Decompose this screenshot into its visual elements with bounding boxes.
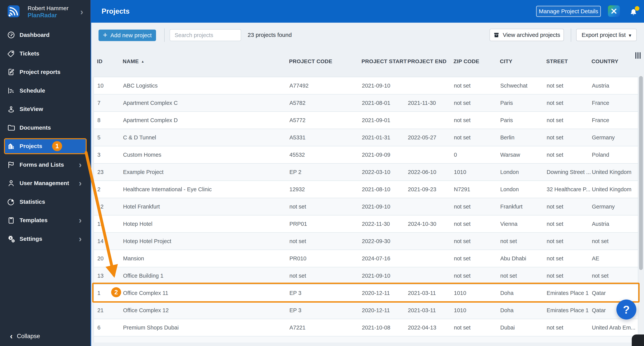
sidebar-item-dashboard[interactable]: Dashboard	[0, 26, 90, 44]
cell-start: 2021-08-10	[362, 186, 408, 193]
sidebar-item-siteview[interactable]: SiteView	[0, 100, 90, 118]
cell-code: 12932	[290, 186, 362, 193]
table-row[interactable]: 5C & D TunnelA53312021-01-312022-05-27no…	[94, 129, 638, 146]
column-header-name[interactable]: NAME▲	[123, 58, 289, 65]
manage-project-details-button[interactable]: Manage Project Details	[536, 6, 601, 17]
cell-country: Poland	[592, 152, 638, 158]
cell-id: 2	[97, 186, 123, 193]
sidebar-item-user-management[interactable]: User Management›	[0, 174, 90, 193]
column-header-country[interactable]: COUNTRY	[592, 58, 638, 65]
chevron-right-icon: ›	[80, 7, 83, 17]
table-row[interactable]: 6Premium Shops DubaiA72212021-10-082022-…	[94, 319, 638, 336]
cell-name: Apartment Complex D	[123, 117, 290, 123]
export-project-list-button[interactable]: Export project list ▾	[576, 29, 637, 41]
scrollbar-thumb[interactable]	[639, 76, 643, 270]
table-row[interactable]: 23Example ProjectEP 22022-03-102022-06-1…	[94, 163, 638, 181]
cell-id: 13	[97, 273, 123, 279]
table-row[interactable]: 10ABC LogisticsA774922021-09-10not setSc…	[94, 77, 638, 94]
settings-icon	[7, 235, 15, 243]
sidebar-item-statistics[interactable]: Statistics	[0, 193, 90, 211]
sidebar-item-projects[interactable]: Projects1	[0, 137, 90, 155]
column-header-zip[interactable]: ZIP CODE	[454, 58, 500, 65]
planradar-connect-icon[interactable]	[608, 5, 620, 17]
cell-start: 2021-09-09	[362, 152, 408, 158]
sidebar-item-templates[interactable]: Templates›	[0, 211, 90, 230]
column-header-start[interactable]: PROJECT START	[362, 58, 408, 65]
chevron-right-icon: ›	[79, 160, 82, 169]
cell-end: 2022-04-13	[408, 324, 454, 331]
table-row[interactable]: 20MansionPR0102024-07-16not setAbu Dhabi…	[94, 250, 638, 267]
view-archived-projects-button[interactable]: View archived projects	[490, 29, 564, 41]
notifications-bell-icon[interactable]	[629, 7, 638, 17]
cell-city: Doha	[500, 290, 547, 296]
search-input[interactable]	[170, 29, 241, 41]
cell-zip: not set	[454, 83, 500, 89]
cell-country: Germany	[592, 134, 638, 141]
cell-street: not set	[547, 83, 592, 89]
column-header-end[interactable]: PROJECT END	[408, 58, 454, 65]
account-switcher[interactable]: Robert Hammer PlanRadar ›	[0, 0, 90, 23]
cell-country: AE	[592, 255, 638, 262]
sidebar-item-settings[interactable]: Settings›	[0, 230, 90, 248]
cell-zip: not set	[454, 221, 500, 227]
table-row[interactable]: 8Apartment Complex DA57722021-09-01not s…	[94, 111, 638, 129]
table-row[interactable]: 15Hotep HotelPRP012022-11-302024-10-30no…	[94, 215, 638, 232]
cell-code: EP 3	[290, 290, 362, 296]
cell-code: PR010	[290, 255, 362, 262]
sidebar-item-project-reports[interactable]: Project reports	[0, 63, 90, 81]
column-settings-icon[interactable]	[636, 52, 640, 59]
column-header-street[interactable]: STREET	[546, 58, 592, 65]
cell-id: 21	[97, 307, 123, 313]
help-button[interactable]: ?	[616, 299, 636, 319]
column-header-id[interactable]: ID	[97, 58, 123, 65]
cell-street: not set	[547, 117, 592, 123]
cell-name: Office Complex 12	[123, 307, 290, 313]
cell-zip: not set	[454, 255, 500, 262]
table-row[interactable]: 1Office Complex 11EP 32020-12-112021-03-…	[94, 284, 638, 301]
cell-name: ABC Logistics	[123, 83, 290, 89]
table-row[interactable]: 7Apartment Complex CA57822021-08-012021-…	[94, 94, 638, 111]
toolbar-divider-2	[571, 29, 571, 42]
table-row[interactable]: 2Healthcare International - Eye Clinic12…	[94, 181, 638, 198]
cell-code: 45532	[290, 152, 362, 158]
cell-city: not set	[500, 273, 547, 279]
table-row[interactable]: 14Hotep Hotel Projectnot set2022-09-30no…	[94, 232, 638, 250]
add-new-project-button[interactable]: + Add new project	[98, 30, 156, 41]
siteview-icon	[7, 105, 15, 113]
cell-zip: not set	[454, 238, 500, 244]
sidebar-item-schedule[interactable]: Schedule	[0, 81, 90, 100]
cell-name: Premium Shops Dubai	[123, 324, 290, 331]
cell-street: not set	[547, 100, 592, 106]
topbar: Projects Manage Project Details	[91, 0, 644, 23]
cell-country: not set	[592, 273, 638, 279]
results-count: 23 projects found	[248, 29, 292, 41]
cell-country: United Kingdom	[592, 186, 638, 193]
corner-widget[interactable]	[632, 334, 644, 346]
column-header-city[interactable]: CITY	[500, 58, 546, 65]
table-row[interactable]: 21Office Complex 12EP 32020-12-112021-03…	[94, 301, 638, 319]
cell-country: Austria	[592, 83, 638, 89]
step-2-badge: 2	[111, 287, 121, 297]
sidebar-item-label: Project reports	[20, 69, 60, 75]
cell-country: Austria	[592, 221, 638, 227]
cell-code: A77492	[290, 83, 362, 89]
column-header-code[interactable]: PROJECT CODE	[289, 58, 362, 65]
cell-id: 3	[97, 152, 123, 158]
cell-name: Hotel Frankfurt	[123, 204, 290, 210]
sidebar-item-documents[interactable]: Documents	[0, 118, 90, 137]
cell-zip: not set	[454, 100, 500, 106]
cell-street: not set	[547, 152, 592, 158]
table-row[interactable]: 3Custom Homes455322021-09-090Warsawnot s…	[94, 146, 638, 163]
cell-street: not set	[547, 255, 592, 262]
chevron-left-icon: ‹	[10, 331, 13, 341]
table-row[interactable]: 12Hotel Frankfurtnot set2021-09-10not se…	[94, 198, 638, 215]
cell-name: Example Project	[123, 169, 290, 175]
collapse-button[interactable]: ‹ Collapse	[10, 331, 40, 341]
sidebar-item-tickets[interactable]: Tickets	[0, 44, 90, 63]
cell-zip: 1010	[454, 169, 500, 175]
cell-country: United Kingdom	[592, 169, 638, 175]
vertical-scrollbar	[639, 75, 643, 346]
sidebar-item-forms-and-lists[interactable]: Forms and Lists›	[0, 155, 90, 174]
table-row[interactable]: 13Office Building 1not set2021-09-10not …	[94, 267, 638, 284]
cell-street: not set	[547, 273, 592, 279]
